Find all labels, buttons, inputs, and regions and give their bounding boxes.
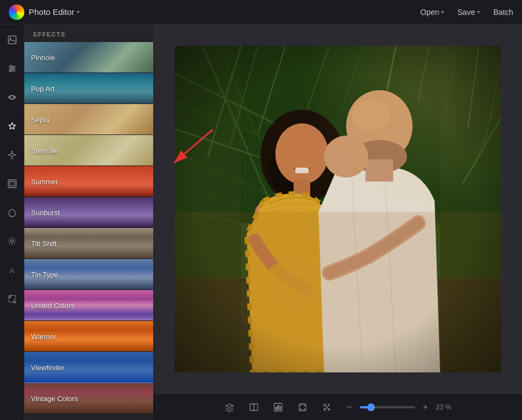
batch-button[interactable]: Batch <box>493 8 513 17</box>
effect-sunburst-label: Sunburst <box>31 208 60 216</box>
bottom-bar: − + 23 % <box>153 393 522 420</box>
svg-rect-72 <box>280 406 281 410</box>
app-logo <box>9 4 24 20</box>
zoom-slider-thumb[interactable] <box>367 403 375 411</box>
svg-point-9 <box>11 153 14 157</box>
zoom-out-button[interactable]: − <box>343 401 356 413</box>
header-left: Photo Editor ▾ <box>9 4 80 20</box>
effects-panel: EFFECTS Pinhole Pop Art Sepia Stenciler … <box>24 24 153 420</box>
effect-warmer-label: Warmer <box>31 332 56 340</box>
sidebar-item-crop[interactable] <box>3 290 21 308</box>
sidebar-item-adjustments[interactable] <box>3 60 21 77</box>
save-button[interactable]: Save ▾ <box>457 8 480 17</box>
canvas-container <box>153 24 522 393</box>
effect-vintagecolors-label: Vintage Colors <box>31 394 78 402</box>
fullscreen-icon[interactable] <box>319 400 335 415</box>
zoom-controls: − + 23 % <box>343 401 454 413</box>
compare-icon[interactable] <box>246 400 262 415</box>
sidebar-item-favorites[interactable] <box>3 117 21 135</box>
effect-viewfinder[interactable]: Viewfinder <box>24 352 153 383</box>
effect-summer[interactable]: Summer <box>24 166 153 197</box>
photo-svg <box>175 46 501 372</box>
sidebar-item-settings[interactable] <box>3 232 21 250</box>
effect-stenciler-label: Stenciler <box>31 146 59 154</box>
svg-rect-71 <box>278 405 279 410</box>
effect-warmer[interactable]: Warmer <box>24 321 153 352</box>
effect-unitedcolors-label: United Colors <box>31 301 75 309</box>
effect-tintype[interactable]: Tin Type <box>24 259 153 290</box>
effect-tintype-label: Tin Type <box>31 270 58 278</box>
zoom-value: 23 % <box>436 403 454 411</box>
zoom-in-button[interactable]: + <box>420 401 432 413</box>
layers-icon[interactable] <box>222 400 237 415</box>
effect-pinhole[interactable]: Pinhole <box>24 42 153 73</box>
app-title[interactable]: Photo Editor ▾ <box>29 7 80 17</box>
sidebar-item-image[interactable] <box>3 31 21 49</box>
header-right: Open ▾ Save ▾ Batch <box>420 8 513 17</box>
svg-text:A: A <box>9 266 15 274</box>
histogram-icon[interactable] <box>270 400 286 415</box>
effect-vintagecolors[interactable]: Vintage Colors <box>24 383 153 414</box>
svg-point-11 <box>11 158 13 159</box>
svg-point-6 <box>12 68 14 70</box>
effect-sepia-label: Sepia <box>31 115 49 123</box>
effects-label: EFFECTS <box>24 24 153 42</box>
sidebar-item-effects[interactable] <box>3 146 21 164</box>
svg-rect-15 <box>10 182 14 186</box>
effect-popart[interactable]: Pop Art <box>24 73 153 104</box>
svg-point-5 <box>10 65 12 68</box>
sidebar-item-frames[interactable] <box>3 175 21 193</box>
sidebar-item-overlays[interactable] <box>3 204 21 221</box>
effect-stenciler[interactable]: Stenciler <box>24 135 153 166</box>
svg-point-7 <box>9 70 12 72</box>
svg-rect-14 <box>8 180 16 188</box>
main-layout: A EFFECTS Pinhole Pop Art <box>0 24 522 420</box>
sidebar-item-view[interactable] <box>3 89 21 106</box>
open-button[interactable]: Open ▾ <box>420 8 444 17</box>
effect-popart-label: Pop Art <box>31 84 55 92</box>
photo-display <box>175 46 501 372</box>
icon-bar: A <box>0 24 24 420</box>
effect-pinhole-label: Pinhole <box>31 53 55 61</box>
effect-tiltshift-label: Tilt Shift <box>31 239 56 247</box>
effects-list: Pinhole Pop Art Sepia Stenciler Summer S… <box>24 42 153 420</box>
fit-icon[interactable] <box>295 400 310 415</box>
app-title-text: Photo Editor <box>29 7 75 17</box>
svg-point-12 <box>8 154 9 156</box>
effect-viewfinder-label: Viewfinder <box>31 363 64 371</box>
sidebar-item-text[interactable]: A <box>3 261 21 279</box>
svg-rect-0 <box>8 36 16 44</box>
svg-rect-70 <box>275 407 277 410</box>
zoom-slider[interactable] <box>360 406 415 408</box>
effect-sepia[interactable]: Sepia <box>24 104 153 135</box>
app-title-chevron: ▾ <box>77 9 80 15</box>
svg-rect-18 <box>9 295 15 302</box>
effect-summer-label: Summer <box>31 177 58 185</box>
svg-point-16 <box>11 240 13 243</box>
svg-rect-73 <box>299 404 306 411</box>
svg-point-13 <box>14 154 16 156</box>
header: Photo Editor ▾ Open ▾ Save ▾ Batch <box>0 0 522 24</box>
svg-rect-66 <box>175 46 501 372</box>
effect-tiltshift[interactable]: Tilt Shift <box>24 228 153 259</box>
effect-sunburst[interactable]: Sunburst <box>24 197 153 228</box>
effect-unitedcolors[interactable]: United Colors <box>24 290 153 321</box>
canvas-area: − + 23 % <box>153 24 522 420</box>
svg-point-10 <box>11 151 13 153</box>
